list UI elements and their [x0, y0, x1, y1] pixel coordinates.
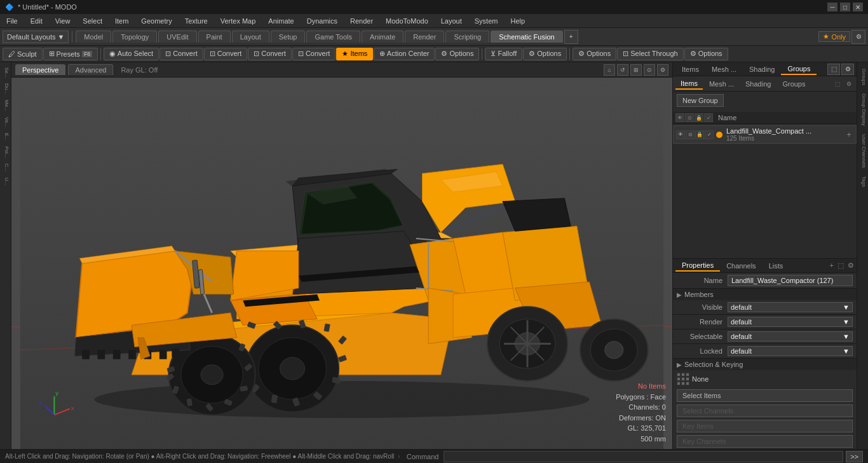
- gi-check-icon[interactable]: ✓: [705, 130, 714, 139]
- convert-poly-button[interactable]: ⊡ Convert: [248, 48, 292, 60]
- gh-expand-icon[interactable]: ⬚: [832, 79, 843, 89]
- gi-add-button[interactable]: +: [844, 130, 853, 139]
- rp-settings-icon[interactable]: ⚙: [841, 64, 854, 75]
- selectable-select[interactable]: default ▼: [728, 331, 853, 342]
- command-input[interactable]: [444, 451, 843, 462]
- menu-select[interactable]: Select: [76, 14, 109, 27]
- left-tool-select[interactable]: Se...: [1, 65, 11, 80]
- gh-settings-icon[interactable]: ⚙: [844, 79, 854, 89]
- rp-expand-icon[interactable]: ⬚: [827, 64, 840, 75]
- menu-texture[interactable]: Texture: [179, 14, 214, 27]
- col-check-icon[interactable]: ✓: [704, 113, 713, 122]
- rp-tab-groups[interactable]: Groups: [781, 64, 817, 75]
- gh-tab-mesh[interactable]: Mesh ...: [704, 79, 739, 89]
- maximize-button[interactable]: □: [840, 3, 850, 11]
- left-tool-vertex[interactable]: Ve...: [1, 114, 11, 130]
- items-button[interactable]: ★ Items: [336, 48, 373, 60]
- menu-layout[interactable]: Layout: [435, 14, 468, 27]
- rst-groups[interactable]: Groups: [858, 65, 868, 89]
- tab-setup[interactable]: Setup: [271, 31, 306, 43]
- rp-tab-items[interactable]: Items: [675, 64, 705, 74]
- gh-tab-items[interactable]: Items: [675, 78, 703, 90]
- viewport-tab-perspective[interactable]: Perspective: [15, 64, 65, 75]
- name-input[interactable]: [728, 275, 853, 286]
- tab-game-tools[interactable]: Game Tools: [306, 31, 360, 43]
- presets-button[interactable]: ⊞ Presets F6: [43, 48, 98, 60]
- menu-system[interactable]: System: [468, 14, 505, 27]
- gi-eye-icon[interactable]: 👁: [676, 130, 685, 139]
- left-tool-mesh[interactable]: Me...: [1, 97, 11, 114]
- pt-settings-icon[interactable]: ⚙: [848, 261, 854, 270]
- menu-item[interactable]: Item: [109, 14, 135, 27]
- rp-tab-shading[interactable]: Shading: [743, 64, 781, 74]
- tab-model[interactable]: Model: [76, 31, 111, 43]
- left-tool-polygon[interactable]: Pol...: [1, 144, 11, 160]
- pt-plus-btn[interactable]: +: [830, 261, 834, 270]
- close-button[interactable]: ✕: [853, 3, 863, 11]
- visible-select[interactable]: default ▼: [728, 302, 853, 312]
- sculpt-button[interactable]: 🖊 Sculpt: [3, 48, 43, 60]
- gi-lock-icon[interactable]: 🔒: [695, 130, 704, 139]
- viewport-reset-icon[interactable]: ↺: [617, 64, 628, 76]
- viewport-tab-advanced[interactable]: Advanced: [68, 64, 113, 75]
- expand-button[interactable]: >>: [846, 451, 863, 462]
- only-button[interactable]: ★ Only: [818, 31, 850, 42]
- action-center-button[interactable]: ⊕ Action Center: [374, 48, 435, 60]
- menu-file[interactable]: File: [0, 14, 24, 27]
- add-tab-button[interactable]: +: [564, 30, 578, 44]
- options4-button[interactable]: ⚙ Options: [684, 48, 728, 60]
- settings-icon-button[interactable]: ⚙: [851, 30, 865, 44]
- gh-tab-shading[interactable]: Shading: [740, 79, 776, 89]
- select-items-button[interactable]: Select Items: [677, 389, 853, 402]
- select-channels-button[interactable]: Select Channels: [677, 404, 853, 417]
- left-tool-edge[interactable]: E...: [1, 130, 11, 143]
- rp-tab-mesh[interactable]: Mesh ...: [705, 64, 743, 74]
- rst-tags[interactable]: Tags: [858, 172, 868, 191]
- tab-render[interactable]: Render: [405, 31, 444, 43]
- menu-animate[interactable]: Animate: [262, 14, 300, 27]
- menu-view[interactable]: View: [49, 14, 77, 27]
- select-through-button[interactable]: ⊡ Select Through: [617, 48, 683, 60]
- left-tool-u[interactable]: U...: [1, 175, 11, 188]
- locked-select[interactable]: default ▼: [728, 346, 853, 356]
- new-group-button[interactable]: New Group: [677, 94, 724, 107]
- tab-paint[interactable]: Paint: [198, 31, 231, 43]
- pt-channels[interactable]: Channels: [720, 261, 762, 271]
- tab-topology[interactable]: Topology: [112, 31, 157, 43]
- pt-expand-icon[interactable]: ⬚: [837, 261, 844, 270]
- viewport-settings-icon[interactable]: ⚙: [657, 64, 668, 76]
- sk-section-header[interactable]: ▶ Selection & Keying: [673, 359, 857, 370]
- rst-group-display[interactable]: Group Display: [858, 90, 868, 130]
- layout-dropdown[interactable]: Default Layouts ▼: [3, 31, 69, 43]
- options-button[interactable]: ⚙ Options: [435, 48, 479, 60]
- key-channels-button[interactable]: Key Channels: [677, 435, 853, 448]
- viewport-canvas[interactable]: x y z No Items Polygons : Face Channels:…: [11, 78, 672, 449]
- menu-render[interactable]: Render: [344, 14, 379, 27]
- tab-schematic-fusion[interactable]: Schematic Fusion: [491, 31, 562, 43]
- rst-user-channels[interactable]: User Channels: [858, 130, 868, 172]
- menu-vertex-map[interactable]: Vertex Map: [214, 14, 262, 27]
- menu-geometry[interactable]: Geometry: [135, 14, 178, 27]
- col-render-icon[interactable]: ⊙: [685, 113, 694, 122]
- options3-button[interactable]: ⚙ Options: [573, 48, 616, 60]
- convert-edges-button[interactable]: ⊡ Convert: [204, 48, 248, 60]
- viewport[interactable]: Perspective Advanced Ray GL: Off ⌂ ↺ ⊞ ⊙…: [11, 62, 672, 449]
- tab-uvedit[interactable]: UVEdit: [158, 31, 196, 43]
- viewport-fit-icon[interactable]: ⊞: [630, 64, 642, 76]
- tab-animate[interactable]: Animate: [362, 31, 403, 43]
- menu-help[interactable]: Help: [504, 14, 531, 27]
- falloff-button[interactable]: ⊻ Falloff: [485, 48, 522, 60]
- render-select[interactable]: default ▼: [728, 317, 853, 327]
- auto-select-button[interactable]: ◉ Auto Select: [104, 48, 159, 60]
- tab-layout[interactable]: Layout: [232, 31, 269, 43]
- convert-pts-button[interactable]: ⊡ Convert: [159, 48, 203, 60]
- tab-scripting[interactable]: Scripting: [445, 31, 489, 43]
- col-eye-icon[interactable]: 👁: [675, 113, 684, 122]
- gh-tab-groups2[interactable]: Groups: [777, 79, 810, 89]
- viewport-toggle-icon[interactable]: ⊙: [644, 64, 655, 76]
- pt-lists[interactable]: Lists: [763, 261, 790, 271]
- menu-modotomodo[interactable]: ModoToModo: [379, 14, 435, 27]
- menu-dynamics[interactable]: Dynamics: [301, 14, 344, 27]
- menu-edit[interactable]: Edit: [24, 14, 49, 27]
- pt-properties[interactable]: Properties: [675, 260, 720, 272]
